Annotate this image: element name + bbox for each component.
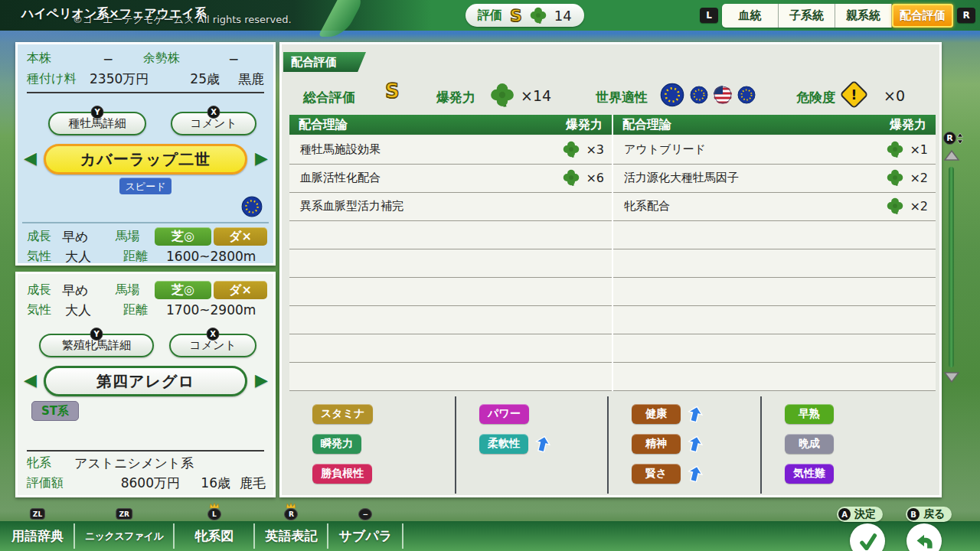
temper-value: 大人 bbox=[65, 248, 123, 266]
mental-badge: 精神 bbox=[632, 434, 681, 454]
stock-label: 本株 bbox=[27, 51, 73, 67]
power-value: ×2 bbox=[887, 169, 928, 186]
distance-value: 1700~2900m bbox=[166, 302, 256, 318]
table-row-empty bbox=[289, 363, 612, 391]
scroll-track[interactable] bbox=[949, 167, 954, 367]
stamina-badge: スタミナ bbox=[312, 404, 373, 424]
table-row-empty bbox=[613, 306, 936, 334]
clover-icon bbox=[887, 197, 903, 214]
clover-icon bbox=[530, 7, 547, 24]
next-sire-arrow[interactable]: ▶ bbox=[255, 150, 268, 167]
up-arrow-icon bbox=[687, 406, 704, 422]
r-stick-hint: R bbox=[943, 132, 963, 145]
mare-panel: 成長 早め 馬場 芝◎ ダ× 気性 大人 距離 1700~2900m Y 繁殖牝… bbox=[15, 272, 276, 497]
guts-badge: 勝負根性 bbox=[312, 464, 372, 484]
crown-icon bbox=[286, 502, 296, 508]
y-key-icon: Y bbox=[91, 106, 104, 119]
theory-label: 血脈活性化配合 bbox=[300, 171, 381, 185]
next-mare-arrow[interactable]: ▶ bbox=[255, 372, 268, 389]
explosive-label: 爆発力 bbox=[436, 89, 475, 106]
temper-label: 気性 bbox=[27, 249, 65, 265]
theory-label: 活力源化大種牡馬因子 bbox=[624, 171, 739, 185]
table-row-empty bbox=[289, 249, 612, 278]
prev-mare-arrow[interactable]: ◀ bbox=[24, 372, 37, 389]
table-row-empty bbox=[289, 334, 612, 363]
table-header: 配合理論 爆発力 bbox=[613, 115, 936, 136]
stock-row: 本株 − 余勢株 − bbox=[27, 51, 264, 67]
check-icon bbox=[858, 532, 877, 550]
zr-key-icon: ZR bbox=[116, 508, 132, 520]
table-row: 活力源化大種牡馬因子 ×2 bbox=[613, 165, 936, 193]
world-aptitude-label: 世界適性 bbox=[596, 89, 648, 106]
ability-column-3: 健康 精神 賢さ bbox=[607, 396, 760, 494]
game-screen: { "top_bar": { "title": "ハイペリオン系×フェアウエイ系… bbox=[0, 0, 980, 551]
table-row-empty bbox=[613, 278, 936, 306]
theory-column-header: 配合理論 bbox=[299, 117, 348, 133]
clover-count: 14 bbox=[554, 8, 572, 24]
table-row: 種牡馬施設効果 ×3 bbox=[289, 136, 612, 165]
turf-aptitude-badge: 芝◎ bbox=[155, 281, 211, 299]
confirm-hint: A 決定 bbox=[837, 507, 883, 522]
table-row-empty bbox=[289, 278, 612, 306]
warning-icon: ! bbox=[839, 80, 868, 109]
theory-table-right: 配合理論 爆発力 アウトブリード ×1 活力源化大種牡馬因子 ×2 牝系配合 ×… bbox=[613, 115, 936, 391]
rating-label: 評価 bbox=[478, 8, 502, 24]
tab-breeding-evaluation[interactable]: 配合評価 bbox=[892, 4, 953, 28]
l-shoulder-key[interactable]: L bbox=[700, 8, 718, 23]
stick-scroll-arrows-icon bbox=[957, 133, 963, 144]
scroll-up-arrow[interactable] bbox=[944, 150, 959, 161]
bottom-menu: ZL 用語辞典 ZR ニックスファイル L 牝系図 R 英語表記 − サブパラ bbox=[2, 521, 403, 551]
stud-fee-label: 種付け料 bbox=[27, 71, 90, 87]
appraisal-label: 評価額 bbox=[27, 475, 83, 491]
sire-name-pill[interactable]: カバーラップ二世 bbox=[44, 144, 247, 174]
stud-fee-value: 2350万円 bbox=[90, 70, 174, 88]
precocity-badge: 早熟 bbox=[785, 404, 834, 424]
menu-item-dam-line-chart[interactable]: L 牝系図 bbox=[175, 521, 253, 551]
flexibility-badge: 柔軟性 bbox=[479, 434, 528, 454]
spare-stock-label: 余勢株 bbox=[143, 51, 203, 67]
ability-column-4: 早熟 晩成 気性難 bbox=[760, 396, 936, 494]
sire-age: 25歳 bbox=[174, 70, 220, 88]
minus-key-icon: − bbox=[358, 508, 372, 520]
scroll-down-arrow[interactable] bbox=[944, 372, 959, 383]
us-flag-icon bbox=[714, 86, 732, 104]
temper-difficulty-badge: 気性難 bbox=[785, 464, 834, 484]
clover-icon bbox=[887, 169, 903, 186]
tab-pedigree[interactable]: 血統 bbox=[722, 4, 779, 28]
divider bbox=[22, 222, 269, 223]
prev-sire-arrow[interactable]: ◀ bbox=[24, 150, 37, 167]
divider bbox=[27, 92, 264, 93]
sire-comment-button[interactable]: X コメント bbox=[171, 112, 256, 135]
spare-stock-value: − bbox=[203, 51, 264, 67]
mare-comment-button[interactable]: X コメント bbox=[169, 334, 256, 357]
r-key-icon: R bbox=[284, 508, 298, 520]
menu-item-glossary[interactable]: ZL 用語辞典 bbox=[2, 521, 74, 551]
back-arrow-icon bbox=[914, 532, 934, 550]
up-arrow-icon bbox=[534, 435, 551, 452]
l-key-icon: L bbox=[207, 508, 221, 520]
menu-item-sub-parameters[interactable]: − サブパラ bbox=[328, 521, 402, 551]
menu-item-english-notation[interactable]: R 英語表記 bbox=[255, 521, 327, 551]
tab-parent-line[interactable]: 親系統 bbox=[835, 4, 892, 28]
distance-label: 距離 bbox=[123, 249, 166, 265]
explosive-value: ×14 bbox=[521, 87, 551, 104]
temper-label: 気性 bbox=[27, 302, 65, 318]
top-bar: ハイペリオン系×フェアウエイ系 ©コーエーテクモゲームス All rights … bbox=[0, 0, 980, 31]
panel-title: 配合評価 bbox=[283, 52, 366, 72]
r-shoulder-key[interactable]: R bbox=[957, 8, 975, 23]
sire-detail-button[interactable]: Y 種牡馬詳細 bbox=[48, 112, 146, 135]
dirt-aptitude-badge: ダ× bbox=[214, 281, 267, 299]
mare-name-pill[interactable]: 第四アレグロ bbox=[44, 366, 247, 396]
mare-detail-button[interactable]: Y 繁殖牝馬詳細 bbox=[39, 334, 154, 357]
late-bloom-badge: 晩成 bbox=[785, 434, 834, 454]
tab-bar: L 血統 子系統 親系統 配合評価 R bbox=[700, 3, 975, 28]
eu-flag-icon bbox=[660, 83, 684, 107]
power-value: ×6 bbox=[563, 169, 604, 186]
menu-item-nicks-file[interactable]: ZR ニックスファイル bbox=[75, 521, 173, 551]
track-label: 馬場 bbox=[116, 282, 155, 298]
rating-summary-pill: 評価 S 14 bbox=[466, 4, 584, 27]
growth-value: 早め bbox=[62, 282, 116, 299]
scrollbar: R bbox=[943, 132, 963, 145]
tab-child-line[interactable]: 子系統 bbox=[779, 4, 835, 28]
growth-value: 早め bbox=[62, 228, 116, 246]
